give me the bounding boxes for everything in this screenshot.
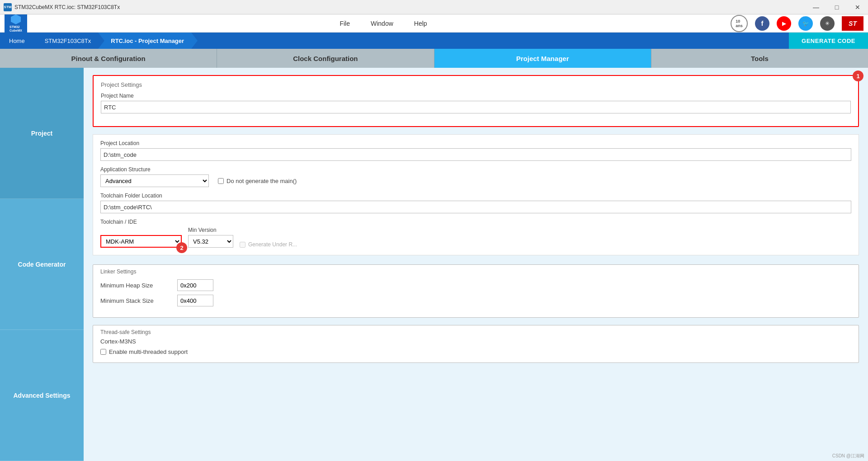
project-location-group: Project Location <box>100 140 851 161</box>
breadcrumb-home[interactable]: Home <box>0 33 32 49</box>
badge-2: 2 <box>176 242 187 253</box>
window-menu[interactable]: Window <box>367 18 397 29</box>
linker-settings-section: Linker Settings Minimum Heap Size Minimu… <box>93 264 859 318</box>
sidebar-item-advanced-settings[interactable]: Advanced Settings <box>0 330 84 461</box>
app-structure-group: Application Structure Advanced Basic Do … <box>100 166 851 187</box>
breadcrumb-project[interactable]: RTC.ioc - Project Manager <box>98 33 191 49</box>
enable-multithreaded-checkbox[interactable] <box>100 349 106 355</box>
tabs-bar: Pinout & Configuration Clock Configurati… <box>0 49 868 68</box>
project-settings-section: Project Settings Project Name 1 <box>93 75 859 127</box>
toolchain-label: Toolchain / IDE <box>100 219 851 225</box>
heap-input[interactable] <box>177 279 213 291</box>
project-name-input[interactable] <box>101 101 851 113</box>
project-location-section: Project Location Application Structure A… <box>93 134 859 255</box>
tab-project-manager[interactable]: Project Manager <box>434 49 651 68</box>
do-not-generate-checkbox-label[interactable]: Do not generate the main() <box>218 178 297 184</box>
content-area: Project Settings Project Name 1 Project … <box>84 68 868 461</box>
close-button[interactable]: ✕ <box>847 0 868 14</box>
tab-clock[interactable]: Clock Configuration <box>217 49 434 68</box>
logo-area: STM32CubeMX <box>5 12 27 35</box>
project-location-input[interactable] <box>100 148 851 161</box>
generate-code-button[interactable]: GENERATE CODE <box>789 33 868 49</box>
arrow-1 <box>32 33 38 49</box>
tab-tools[interactable]: Tools <box>651 49 868 68</box>
toolchain-select[interactable]: MDK-ARM EWARM SW4STM32 TrueSTUDIO <box>100 235 182 248</box>
youtube-icon[interactable]: ▶ <box>777 16 791 31</box>
network-icon[interactable]: ✳ <box>820 16 835 31</box>
version-badge: 10ans <box>731 15 748 32</box>
generate-under-label[interactable]: Generate Under R... <box>240 241 297 248</box>
min-version-group: Min Version V5.32 V5.27 V5.26 <box>188 227 233 248</box>
maximize-button[interactable]: □ <box>826 0 847 14</box>
thread-safe-section: Thread-safe Settings Cortex-M3NS Enable … <box>93 325 859 363</box>
min-version-select[interactable]: V5.32 V5.27 V5.26 <box>188 235 233 248</box>
linker-title: Linker Settings <box>100 268 851 275</box>
linker-stack-row: Minimum Stack Size <box>100 295 851 306</box>
stack-input[interactable] <box>177 295 213 306</box>
help-menu[interactable]: Help <box>410 18 431 29</box>
tab-pinout[interactable]: Pinout & Configuration <box>0 49 217 68</box>
toolchain-folder-group: Toolchain Folder Location <box>100 193 851 213</box>
file-menu[interactable]: File <box>336 18 354 29</box>
toolchain-group: MDK-ARM EWARM SW4STM32 TrueSTUDIO 2 <box>100 235 182 248</box>
title-bar-text: STM32CubeMX RTC.ioc: STM32F103C8Tx <box>14 4 864 10</box>
stm32-logo: STM32CubeMX <box>5 12 27 35</box>
breadcrumb-device[interactable]: STM32F103C8Tx <box>32 33 99 49</box>
menu-bar: STM32CubeMX File Window Help 10ans f ▶ 🐦… <box>0 14 868 33</box>
st-logo: ST <box>842 16 863 31</box>
linker-heap-row: Minimum Heap Size <box>100 279 851 291</box>
toolchain-folder-input[interactable] <box>100 201 851 213</box>
cube-icon <box>11 14 21 24</box>
arrow-3 <box>191 33 198 49</box>
project-location-label: Project Location <box>100 140 851 146</box>
project-name-label: Project Name <box>101 93 851 99</box>
toolchain-row: MDK-ARM EWARM SW4STM32 TrueSTUDIO 2 Min … <box>100 227 851 248</box>
heap-label: Minimum Heap Size <box>100 282 173 289</box>
twitter-icon[interactable]: 🐦 <box>798 16 813 31</box>
app-structure-select[interactable]: Advanced Basic <box>100 174 209 187</box>
window-controls: — □ ✕ <box>806 0 868 14</box>
enable-multithreaded-label[interactable]: Enable multi-threaded support <box>100 348 851 355</box>
sidebar-item-project[interactable]: Project <box>0 68 84 199</box>
project-name-group: Project Name <box>101 93 851 113</box>
app-structure-label: Application Structure <box>100 166 851 173</box>
sidebar: Project Code Generator Advanced Settings <box>0 68 84 461</box>
generate-under-checkbox[interactable] <box>240 242 245 248</box>
watermark: CSDN @江湖网 <box>832 453 864 459</box>
toolchain-row-container: Toolchain / IDE MDK-ARM EWARM SW4STM32 T… <box>100 219 851 248</box>
thread-title: Thread-safe Settings <box>100 329 851 335</box>
title-bar: STM STM32CubeMX RTC.ioc: STM32F103C8Tx —… <box>0 0 868 14</box>
badge-1: 1 <box>853 71 863 81</box>
min-version-label: Min Version <box>188 227 233 233</box>
toolchain-folder-label: Toolchain Folder Location <box>100 193 851 199</box>
arrow-2 <box>98 33 104 49</box>
minimize-button[interactable]: — <box>806 0 826 14</box>
breadcrumb: Home STM32F103C8Tx RTC.ioc - Project Man… <box>0 33 868 49</box>
thread-sub: Cortex-M3NS <box>100 338 851 345</box>
facebook-icon[interactable]: f <box>755 16 769 31</box>
menu-items: File Window Help <box>36 18 731 29</box>
app-structure-row: Advanced Basic Do not generate the main(… <box>100 174 851 187</box>
stack-label: Minimum Stack Size <box>100 297 173 304</box>
sidebar-item-code-generator[interactable]: Code Generator <box>0 199 84 330</box>
do-not-generate-checkbox[interactable] <box>218 178 224 184</box>
main-layout: Project Code Generator Advanced Settings… <box>0 68 868 461</box>
app-icon: STM <box>4 3 12 11</box>
project-settings-title: Project Settings <box>101 81 851 88</box>
logo-text: STM32CubeMX <box>9 25 22 32</box>
social-icons: 10ans f ▶ 🐦 ✳ ST <box>731 15 863 32</box>
